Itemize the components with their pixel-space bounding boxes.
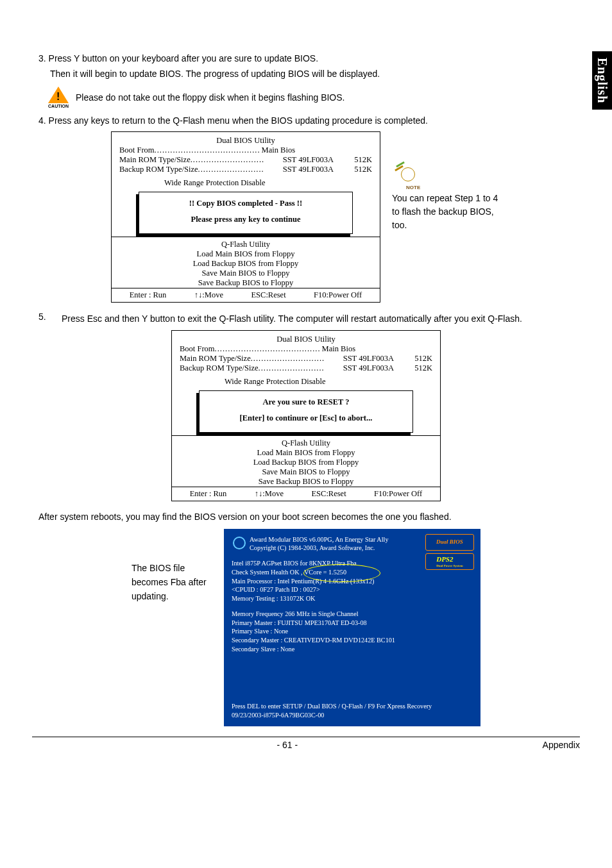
main-rom-label: Main ROM Type/Size — [180, 354, 251, 363]
boot-side-note: The BIOS file becomes Fba after updating… — [132, 529, 215, 726]
boot-line: Memory Testing : 131072K OK — [232, 594, 473, 603]
dots: ............................ — [191, 155, 283, 165]
main-rom-value: SST 49LF003A — [343, 354, 394, 363]
boot-from-row: Boot From ..............................… — [180, 344, 432, 354]
message-overlay-2: Are you sure to RESET ? [Enter] to conti… — [199, 390, 413, 433]
caution-block: CAUTION Please do not take out the flopp… — [45, 87, 580, 108]
boot-badges: Dual BIOS DPS2 Dual Power System — [425, 534, 474, 572]
step-4-text: 4. Press any keys to return to the Q-Fla… — [38, 113, 580, 128]
dots: ............................ — [251, 354, 343, 363]
bios-dialog-2: Dual BIOS Utility Boot From ............… — [171, 330, 441, 501]
step-5: 5. Press Esc and then Y button to exit t… — [32, 312, 580, 326]
menu-item: Save Backup BIOS to Floppy — [112, 278, 380, 288]
menu-item: Load Main BIOS from Floppy — [172, 448, 440, 458]
step-4: 4. Press any keys to return to the Q-Fla… — [38, 113, 580, 128]
boot-line: Secondary Master : CREATIVEDVD-RM DVD124… — [232, 636, 473, 645]
fba-highlight-circle — [303, 564, 380, 582]
foot-enter: Enter : Run — [130, 290, 167, 300]
boot-screen: Award Modular BIOS v6.00PG, An Energy St… — [224, 529, 480, 726]
foot-move: ↑↓:Move — [194, 290, 223, 300]
step-3-line2: Then it will begin to update BIOS. The p… — [50, 67, 580, 81]
badge-subtext: Dual Power System — [436, 564, 463, 569]
foot-move: ↑↓:Move — [255, 489, 284, 499]
bios-footer-bar: Enter : Run ↑↓:Move ESC:Reset F10:Power … — [172, 487, 440, 501]
dots: ......................... — [259, 363, 343, 373]
boot-line: Primary Master : FUJITSU MPE3170AT ED-03… — [232, 619, 473, 628]
overlay-line-2: Please press any key to continue — [144, 215, 347, 224]
dual-bios-badge: Dual BIOS — [425, 534, 474, 551]
main-rom-row: Main ROM Type/Size .....................… — [119, 155, 372, 165]
dots: ......................... — [198, 165, 283, 174]
boot-from-value: Main Bios — [262, 146, 295, 155]
backup-rom-value: SST 49LF003A — [283, 165, 334, 174]
boot-line: Copyright (C) 1984-2003, Award Software,… — [250, 544, 388, 553]
main-rom-value: SST 49LF003A — [283, 155, 334, 165]
bios-title: Dual BIOS Utility — [180, 335, 432, 344]
qflash-menu: Load Main BIOS from Floppy Load Backup B… — [112, 249, 380, 288]
badge-text: DPS2 — [436, 555, 453, 563]
bios-dialog-1: Dual BIOS Utility Boot From ............… — [111, 131, 380, 303]
backup-rom-label: Backup ROM Type/Size — [180, 363, 259, 373]
boot-line: <CPUID : 0F27 Patch ID : 0027> — [232, 585, 473, 594]
after-reboot-text: After system reboots, you may find the B… — [38, 510, 574, 524]
note-text: You can repeat Step 1 to 4 to flash the … — [392, 192, 501, 232]
boot-line: Secondary Slave : None — [232, 645, 473, 654]
section-name: Appendix — [543, 740, 580, 750]
message-overlay-1: !! Copy BIOS completed - Pass !! Please … — [139, 192, 353, 234]
boot-line: Award Modular BIOS v6.00PG, An Energy St… — [250, 535, 388, 544]
wide-range: Wide Range Protection Disable — [225, 377, 432, 387]
menu-item: Save Main BIOS to Floppy — [172, 467, 440, 477]
boot-from-value: Main Bios — [322, 344, 355, 354]
main-rom-size: 512K — [394, 354, 432, 363]
step-3-line1: 3. Press Y button on your keyboard after… — [38, 51, 580, 65]
menu-item: Save Backup BIOS to Floppy — [172, 477, 440, 487]
foot-esc: ESC:Reset — [251, 290, 285, 300]
step-5-text: Press Esc and then Y button to exit the … — [62, 312, 580, 326]
menu-item: Load Main BIOS from Floppy — [112, 249, 380, 259]
backup-rom-label: Backup ROM Type/Size — [119, 165, 198, 174]
boot-from-row: Boot From ..............................… — [119, 146, 372, 155]
menu-item: Load Backup BIOS from Floppy — [172, 458, 440, 467]
boot-line: Press DEL to enter SETUP / Dual BIOS / Q… — [232, 702, 473, 711]
backup-rom-row: Backup ROM Type/Size ...................… — [119, 165, 372, 174]
note-block: NOTE You can repeat Step 1 to 4 to flash… — [392, 131, 501, 232]
qflash-menu: Load Main BIOS from Floppy Load Backup B… — [172, 448, 440, 487]
foot-f10: F10:Power Off — [374, 489, 422, 499]
overlay-line-2: [Enter] to continure or [Esc] to abort..… — [205, 413, 407, 423]
award-icon — [232, 535, 244, 551]
backup-rom-row: Backup ROM Type/Size ...................… — [180, 363, 432, 373]
caution-text: Please do not take out the floppy disk w… — [76, 92, 344, 103]
main-rom-size: 512K — [334, 155, 372, 165]
dots: ........................................ — [215, 344, 322, 354]
boot-line: 09/23/2003-i875P-6A79BG03C-00 — [232, 711, 473, 720]
step-5-num: 5. — [38, 312, 62, 326]
overlay-line-1: !! Copy BIOS completed - Pass !! — [144, 199, 347, 208]
bios-title: Dual BIOS Utility — [119, 136, 372, 146]
boot-from-label: Boot From — [180, 344, 215, 354]
qflash-title: Q-Flash Utility — [172, 435, 440, 448]
language-tab: English — [592, 51, 612, 110]
foot-esc: ESC:Reset — [311, 489, 346, 499]
overlay-line-1: Are you sure to RESET ? — [205, 397, 407, 407]
note-label: NOTE — [406, 184, 501, 192]
dots: ........................................ — [155, 146, 262, 155]
foot-enter: Enter : Run — [190, 489, 227, 499]
bios-footer-bar: Enter : Run ↑↓:Move ESC:Reset F10:Power … — [112, 288, 380, 302]
boot-from-label: Boot From — [119, 146, 155, 155]
menu-item: Save Main BIOS to Floppy — [112, 269, 380, 278]
caution-icon: CAUTION — [45, 87, 72, 108]
menu-item: Load Backup BIOS from Floppy — [112, 259, 380, 269]
main-rom-label: Main ROM Type/Size — [119, 155, 191, 165]
step-3: 3. Press Y button on your keyboard after… — [38, 51, 580, 81]
page-number: - 61 - — [276, 740, 298, 750]
backup-rom-size: 512K — [394, 363, 432, 373]
page-footer: - 61 - Appendix — [32, 737, 580, 750]
dps-badge: DPS2 Dual Power System — [425, 553, 474, 570]
boot-line: Memory Frequency 266 MHz in Single Chann… — [232, 610, 473, 619]
caution-label: CAUTION — [45, 104, 72, 108]
backup-rom-size: 512K — [334, 165, 372, 174]
foot-f10: F10:Power Off — [314, 290, 362, 300]
note-icon — [392, 163, 418, 185]
wide-range: Wide Range Protection Disable — [164, 178, 372, 188]
boot-line: Primary Slave : None — [232, 627, 473, 636]
